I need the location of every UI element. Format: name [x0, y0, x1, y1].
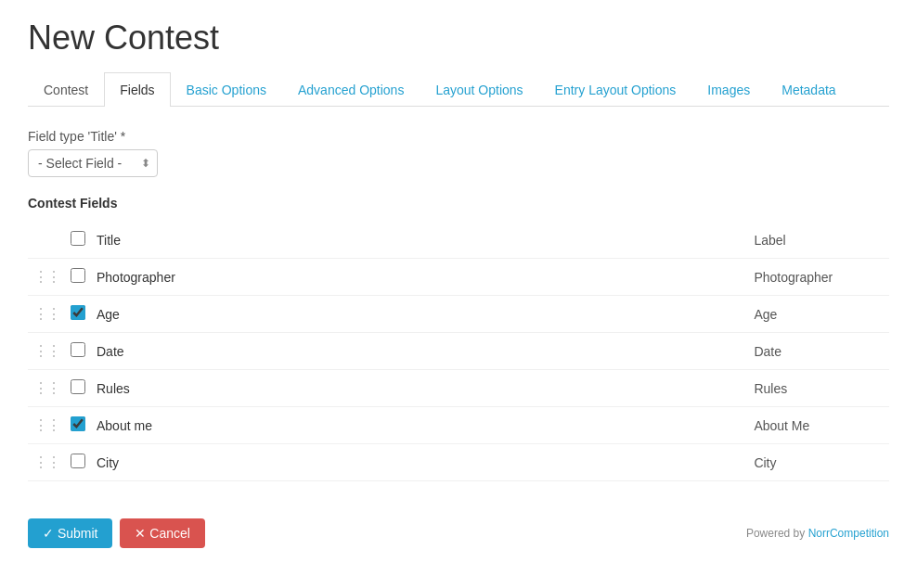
checkbox-cell: [65, 222, 91, 259]
select-field-dropdown[interactable]: - Select Field - Text Checkbox Date Sele…: [28, 149, 158, 177]
page-wrapper: New Contest Contest Fields Basic Options…: [0, 0, 917, 567]
drag-handle-cell: ⋮⋮: [28, 259, 65, 296]
field-label-about-me: About Me: [748, 407, 889, 444]
field-label-rules: Rules: [748, 370, 889, 407]
footer-actions: ✓ Submit ✕ Cancel Powered by NorrCompeti…: [28, 518, 889, 548]
drag-handle-cell: ⋮⋮: [28, 370, 65, 407]
checkbox-cell: [65, 370, 91, 407]
field-checkbox-about-me[interactable]: [71, 416, 85, 431]
cancel-button[interactable]: ✕ Cancel: [120, 518, 204, 548]
tab-metadata[interactable]: Metadata: [766, 72, 851, 107]
tab-basic-options[interactable]: Basic Options: [171, 72, 282, 107]
page-title: New Contest: [28, 19, 889, 58]
field-name-title: Title: [91, 222, 232, 259]
checkbox-cell: [65, 333, 91, 370]
table-row: ⋮⋮ Title Label: [28, 222, 889, 259]
field-name-age: Age: [91, 296, 232, 333]
table-row: ⋮⋮ City City: [28, 444, 889, 481]
fields-table: ⋮⋮ Title Label ⋮⋮ Photographer Pho: [28, 222, 889, 481]
drag-handle-icon[interactable]: ⋮⋮: [33, 269, 59, 285]
button-group: ✓ Submit ✕ Cancel: [28, 518, 205, 548]
checkbox-cell: [65, 259, 91, 296]
checkbox-cell: [65, 296, 91, 333]
table-row: ⋮⋮ About me About Me: [28, 407, 889, 444]
submit-button[interactable]: ✓ Submit: [28, 518, 112, 548]
drag-handle-cell: ⋮⋮: [28, 222, 65, 259]
table-row: ⋮⋮ Date Date: [28, 333, 889, 370]
tab-entry-layout-options[interactable]: Entry Layout Options: [539, 72, 692, 107]
field-checkbox-city[interactable]: [71, 454, 85, 468]
field-checkbox-title[interactable]: [71, 231, 85, 246]
field-label-age: Age: [748, 296, 889, 333]
powered-by-text: Powered by: [746, 527, 808, 540]
table-row: ⋮⋮ Photographer Photographer: [28, 259, 889, 296]
field-name-city: City: [91, 444, 232, 481]
field-name-about-me: About me: [91, 407, 232, 444]
tab-layout-options[interactable]: Layout Options: [420, 72, 538, 107]
field-name-date: Date: [91, 333, 232, 370]
tab-fields[interactable]: Fields: [104, 72, 170, 107]
field-name-photographer: Photographer: [91, 259, 232, 296]
drag-handle-icon[interactable]: ⋮⋮: [33, 417, 59, 433]
table-row: ⋮⋮ Age Age: [28, 296, 889, 333]
drag-handle-icon[interactable]: ⋮⋮: [33, 380, 59, 396]
drag-handle-icon[interactable]: ⋮⋮: [33, 343, 59, 359]
powered-by-link[interactable]: NorrCompetition: [808, 527, 889, 540]
drag-handle-cell: ⋮⋮: [28, 296, 65, 333]
field-type-label: Field type 'Title' *: [28, 129, 889, 144]
drag-handle-icon[interactable]: ⋮⋮: [33, 306, 59, 322]
drag-handle-icon[interactable]: ⋮⋮: [33, 454, 59, 470]
select-field-wrapper: - Select Field - Text Checkbox Date Sele…: [28, 149, 158, 177]
field-label-date: Date: [748, 333, 889, 370]
field-checkbox-rules[interactable]: [71, 379, 85, 394]
checkbox-cell: [65, 407, 91, 444]
field-checkbox-age[interactable]: [71, 305, 85, 320]
table-row: ⋮⋮ Rules Rules: [28, 370, 889, 407]
field-type-section: Field type 'Title' * - Select Field - Te…: [28, 129, 889, 196]
drag-handle-cell: ⋮⋮: [28, 444, 65, 481]
drag-handle-cell: ⋮⋮: [28, 333, 65, 370]
tab-advanced-options[interactable]: Advanced Options: [282, 72, 420, 107]
field-label-city: City: [748, 444, 889, 481]
tab-contest[interactable]: Contest: [28, 72, 104, 107]
powered-by: Powered by NorrCompetition: [746, 527, 889, 540]
field-checkbox-photographer[interactable]: [71, 268, 85, 283]
field-checkbox-date[interactable]: [71, 342, 85, 357]
drag-handle-cell: ⋮⋮: [28, 407, 65, 444]
field-label-photographer: Photographer: [748, 259, 889, 296]
checkbox-cell: [65, 444, 91, 481]
tab-bar: Contest Fields Basic Options Advanced Op…: [28, 72, 889, 107]
tab-images[interactable]: Images: [691, 72, 766, 107]
field-label-title: Label: [748, 222, 889, 259]
contest-fields-label: Contest Fields: [28, 196, 889, 211]
field-name-rules: Rules: [91, 370, 232, 407]
